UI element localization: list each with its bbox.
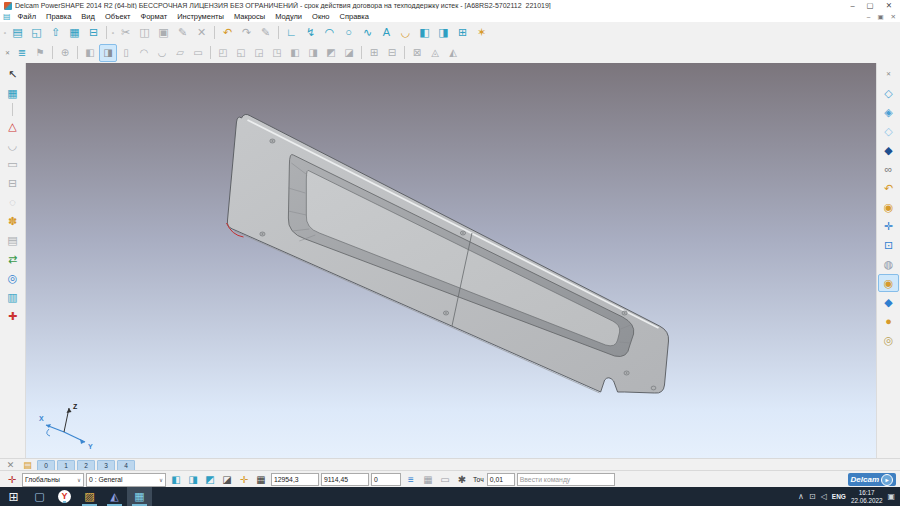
viewport-3d[interactable]: X Y Z xyxy=(26,63,876,458)
solid-tool-2[interactable]: ▯ xyxy=(117,44,135,62)
solid-add-icon[interactable]: ⊕ xyxy=(56,44,74,62)
level-tab-3[interactable]: 3 xyxy=(97,460,115,471)
shaded-view-icon[interactable]: ◉ xyxy=(878,274,899,292)
mdi-close-button[interactable]: ✕ xyxy=(891,11,896,22)
command-input[interactable]: Ввести команду xyxy=(517,473,615,486)
level-tab-0[interactable]: 0 xyxy=(37,460,55,471)
solid-tool-9[interactable]: ◲ xyxy=(250,44,268,62)
text-icon[interactable]: A xyxy=(377,23,396,41)
notifications-icon[interactable]: ▣ xyxy=(887,493,895,501)
menu-format[interactable]: Формат xyxy=(135,11,172,22)
solid-tool-8[interactable]: ◱ xyxy=(232,44,250,62)
solid-icon[interactable]: ◧ xyxy=(415,23,434,41)
close-button[interactable]: ✕ xyxy=(886,0,892,11)
iso-view-1-icon[interactable]: ◇ xyxy=(878,84,899,102)
stack-disabled-icon[interactable]: ▤ xyxy=(2,231,23,249)
menu-macros[interactable]: Макросы xyxy=(229,11,270,22)
taskbar-app-icon[interactable]: ▢ xyxy=(27,487,52,506)
iso-view-2-icon[interactable]: ◈ xyxy=(878,103,899,121)
format-painter-icon[interactable]: ✎ xyxy=(173,23,192,41)
solid-tool-13[interactable]: ◩ xyxy=(322,44,340,62)
cut-icon[interactable]: ✂ xyxy=(116,23,135,41)
surface-icon[interactable]: ◡ xyxy=(396,23,415,41)
solid-tool-17[interactable]: ⊠ xyxy=(408,44,426,62)
minimize-button[interactable]: – xyxy=(850,0,854,11)
level-tab-1[interactable]: 1 xyxy=(57,460,75,471)
solid-tool-1[interactable]: ◧ xyxy=(81,44,99,62)
volume-icon[interactable]: ◁ xyxy=(821,493,827,501)
save-icon[interactable]: ▦ xyxy=(65,23,84,41)
solid-tool-4[interactable]: ◡ xyxy=(153,44,171,62)
mdi-minimize-button[interactable]: – xyxy=(867,11,871,22)
yandex-browser-icon[interactable]: Y xyxy=(58,490,71,503)
redo-icon[interactable]: ↷ xyxy=(237,23,256,41)
monitor-icon[interactable]: ⊡ xyxy=(809,493,816,501)
shaded-transparent-icon[interactable]: ● xyxy=(878,312,899,330)
section-view-icon[interactable]: ◆ xyxy=(878,293,899,311)
menu-tools[interactable]: Инструменты xyxy=(172,11,229,22)
menu-modules[interactable]: Модули xyxy=(270,11,307,22)
wizard-icon[interactable]: ✶ xyxy=(472,23,491,41)
compare-disabled-icon[interactable]: ⊟ xyxy=(2,174,23,192)
level-lock-icon[interactable]: ◪ xyxy=(219,472,235,488)
zoom-box-icon[interactable]: ⊡ xyxy=(878,236,899,254)
solid-tool-12[interactable]: ◨ xyxy=(304,44,322,62)
close-solid-toolbar-icon[interactable]: ✕ xyxy=(2,44,13,62)
new-model-icon[interactable]: ▤ xyxy=(8,23,27,41)
toolbox-icon[interactable]: ▥ xyxy=(2,288,23,306)
solid-tool-10[interactable]: ◳ xyxy=(268,44,286,62)
close-view-toolbar-icon[interactable]: ✕ xyxy=(878,65,899,83)
file-explorer-icon[interactable]: ▨ xyxy=(77,487,102,506)
y-coordinate-field[interactable]: 9114,45 xyxy=(321,473,369,486)
workplane-status-icon[interactable]: ✛ xyxy=(4,472,20,488)
blocks-palette-icon[interactable]: ▦ xyxy=(2,84,23,102)
selection-wizard-icon[interactable]: ✛ xyxy=(236,472,252,488)
level-move-icon[interactable]: ◩ xyxy=(202,472,218,488)
solid-tool-7[interactable]: ◰ xyxy=(214,44,232,62)
macro-robot-icon[interactable]: ✱ xyxy=(454,472,470,488)
tray-expand-icon[interactable]: ∧ xyxy=(798,493,804,501)
solid-tool-11[interactable]: ◧ xyxy=(286,44,304,62)
maximize-button[interactable]: ▢ xyxy=(867,0,874,11)
x-coordinate-field[interactable]: 12954,3 xyxy=(271,473,319,486)
level-add-icon[interactable]: ◨ xyxy=(185,472,201,488)
cad-model[interactable] xyxy=(26,63,876,458)
iso-view-3-icon[interactable]: ◇ xyxy=(878,122,899,140)
level-toggle-icon[interactable]: ◧ xyxy=(168,472,184,488)
firstaid-fix-icon[interactable]: ✚ xyxy=(2,307,23,325)
delete-icon[interactable]: ✕ xyxy=(192,23,211,41)
workplane-selector[interactable]: Глобальны ∨ xyxy=(22,473,84,487)
view-along-axis-icon[interactable]: ∞ xyxy=(878,160,899,178)
menu-file[interactable]: Файл xyxy=(13,11,41,22)
curve-icon[interactable]: ∿ xyxy=(358,23,377,41)
edit-pencil-icon[interactable]: ✎ xyxy=(256,23,275,41)
calculator-icon[interactable]: ▦ xyxy=(420,472,436,488)
taskbar-app-2-icon[interactable]: ◭ xyxy=(102,487,127,506)
tolerance-field[interactable]: 0,01 xyxy=(487,473,515,486)
history-disabled-icon[interactable]: ▭ xyxy=(2,155,23,173)
copy-icon[interactable]: ◫ xyxy=(135,23,154,41)
solid-tool-5[interactable]: ▱ xyxy=(171,44,189,62)
zoom-previous-icon[interactable]: ◉ xyxy=(878,198,899,216)
calculator-warning-icon[interactable]: △ xyxy=(2,117,23,135)
convert-icon[interactable]: ⇄ xyxy=(2,250,23,268)
solid-tool-15[interactable]: ⊞ xyxy=(365,44,383,62)
open-model-icon[interactable]: ◱ xyxy=(27,23,46,41)
solid-tool-19[interactable]: ◭ xyxy=(444,44,462,62)
workplane-icon[interactable]: ∟ xyxy=(282,23,301,41)
assembly-icon[interactable]: ⊞ xyxy=(453,23,472,41)
import-icon[interactable]: ⇧ xyxy=(46,23,65,41)
feature-icon[interactable]: ◨ xyxy=(434,23,453,41)
menu-edit[interactable]: Правка xyxy=(41,11,76,22)
wireframe-view-icon[interactable]: ◍ xyxy=(878,255,899,273)
mdi-restore-button[interactable]: ▣ xyxy=(877,11,883,22)
level-selector[interactable]: 0 : General ∨ xyxy=(86,473,166,487)
z-coordinate-field[interactable]: 0 xyxy=(371,473,401,486)
powershape-taskbar-icon[interactable]: ▦ xyxy=(127,487,152,506)
level-tab-4[interactable]: 4 xyxy=(117,460,135,471)
menu-view[interactable]: Вид xyxy=(76,11,100,22)
solid-tool-14[interactable]: ◪ xyxy=(340,44,358,62)
menu-object[interactable]: Объект xyxy=(100,11,136,22)
menu-help[interactable]: Справка xyxy=(335,11,374,22)
select-cursor-icon[interactable]: ↖ xyxy=(2,65,23,83)
